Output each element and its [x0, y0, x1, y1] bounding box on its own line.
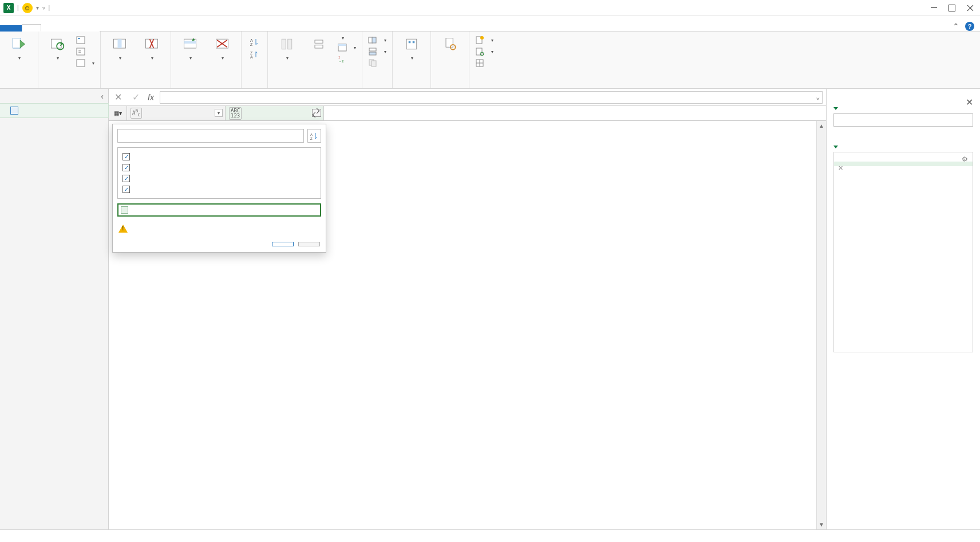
table-icon [10, 107, 18, 115]
split-column-button[interactable]: ▾ [271, 34, 302, 62]
new-source-icon [475, 36, 484, 45]
queries-header: ‹ [0, 89, 108, 104]
ribbon-group-combine: ▾ ▾ [362, 32, 393, 88]
expand-search-input[interactable] [117, 129, 304, 143]
type-text-icon[interactable]: ABC [131, 108, 142, 118]
vertical-scrollbar[interactable]: ▲ ▼ [816, 121, 826, 529]
delete-step-icon[interactable]: ✕ [838, 164, 843, 172]
applied-steps-list: ⚙ ✕ [833, 152, 973, 352]
ribbon-group-sort: AZ ZA [242, 32, 268, 88]
keep-rows-icon [181, 35, 199, 53]
sort-asc-button[interactable]: AZ [250, 37, 259, 46]
help-icon[interactable]: ? [965, 22, 974, 31]
scroll-down-icon[interactable]: ▼ [817, 520, 826, 529]
remove-rows-button[interactable]: ▾ [207, 34, 238, 62]
qat-dropdown-icon[interactable]: ▾ [36, 5, 39, 11]
data-source-settings-button[interactable] [434, 34, 465, 56]
tab-view[interactable] [80, 25, 100, 32]
svg-rect-37 [409, 41, 411, 44]
manage-button[interactable]: ▾ [74, 58, 97, 68]
scroll-up-icon[interactable]: ▲ [817, 121, 826, 131]
split-column-icon [278, 35, 296, 53]
formula-bar: ✕ ✓ fx ⌄ [109, 89, 826, 106]
sort-columns-button[interactable]: AZ [307, 129, 321, 143]
enter-data-button[interactable] [473, 58, 496, 68]
group-by-icon [310, 35, 328, 53]
step-expanded-value[interactable]: ✕ [834, 162, 973, 166]
type-any-icon[interactable]: ABC123 [229, 107, 242, 120]
qat-overflow-icon[interactable]: ▿ [42, 5, 45, 11]
expand-column-icon[interactable] [312, 109, 321, 117]
collapse-queries-icon[interactable]: ‹ [101, 92, 104, 101]
tab-transform[interactable] [41, 25, 61, 32]
qat-separator: | [17, 5, 19, 11]
tab-add-column[interactable] [61, 25, 80, 32]
tab-file[interactable] [0, 25, 22, 32]
replace-values-button[interactable]: 1→2 [335, 54, 358, 64]
close-button[interactable] [966, 4, 974, 12]
use-original-prefix-checkbox[interactable] [117, 203, 321, 217]
advanced-editor-icon: ≡ [76, 47, 85, 56]
svg-rect-3 [77, 37, 85, 44]
group-by-button[interactable] [303, 34, 334, 56]
properties-section-header[interactable] [833, 107, 973, 110]
choose-columns-button[interactable]: ▾ [104, 34, 135, 62]
first-row-headers-button[interactable]: ▾ [335, 42, 358, 53]
ribbon-group-reduce-rows: ▾ ▾ [171, 32, 242, 88]
column-header-name[interactable]: ABC ▾ [127, 106, 226, 120]
collapse-ribbon-icon[interactable]: ⌃ [953, 22, 959, 31]
svg-rect-25 [315, 45, 323, 48]
svg-point-42 [480, 36, 484, 40]
group-label-parameters [396, 86, 427, 88]
refresh-preview-button[interactable]: ▾ [42, 34, 73, 62]
recent-sources-button[interactable]: ▾ [473, 46, 496, 57]
ribbon-group-parameters: ▾ [393, 32, 431, 88]
svg-rect-22 [282, 39, 286, 49]
step-converted-to-table[interactable] [834, 157, 973, 162]
query-name-input[interactable] [833, 113, 973, 127]
cancel-button[interactable] [298, 242, 320, 246]
minimize-button[interactable] [930, 4, 938, 12]
merge-queries-icon [368, 36, 377, 45]
column-option-artist-id[interactable]: ✓ [121, 173, 317, 184]
data-type-button[interactable]: ▾ [335, 35, 358, 41]
ok-button[interactable] [272, 242, 294, 246]
table-options-icon[interactable]: ▦▾ [114, 110, 122, 116]
row-header-corner[interactable]: ▦▾ [109, 106, 127, 120]
formula-dropdown-icon[interactable]: ⌄ [816, 93, 820, 101]
combine-files-button[interactable] [366, 58, 389, 68]
filter-name-icon[interactable]: ▾ [215, 109, 223, 117]
close-and-load-button[interactable]: ▾ [3, 34, 34, 62]
sort-desc-button[interactable]: ZA [250, 50, 259, 59]
enter-data-icon [475, 58, 484, 68]
remove-columns-icon [143, 35, 161, 53]
cancel-formula-icon[interactable]: ✕ [112, 92, 124, 103]
choose-columns-icon [110, 35, 129, 53]
ribbon-tabs: ⌃ ? [0, 16, 980, 32]
column-header-value[interactable]: ABC123 [226, 106, 324, 120]
advanced-editor-button[interactable]: ≡ [74, 46, 97, 57]
fx-icon[interactable]: fx [148, 93, 154, 102]
maximize-button[interactable] [948, 4, 956, 12]
append-queries-button[interactable]: ▾ [366, 46, 389, 57]
tab-home[interactable] [22, 24, 41, 32]
manage-parameters-button[interactable]: ▾ [396, 34, 427, 62]
merge-queries-button[interactable]: ▾ [366, 35, 389, 45]
svg-rect-27 [338, 44, 346, 46]
remove-columns-button[interactable]: ▾ [136, 34, 167, 62]
select-all-columns-checkbox[interactable]: ✓ [121, 151, 317, 162]
new-source-button[interactable]: ▾ [473, 35, 496, 45]
svg-rect-0 [13, 38, 21, 49]
feedback-icon[interactable]: ☺ [22, 3, 33, 13]
properties-button[interactable] [74, 35, 97, 45]
formula-input[interactable]: ⌄ [160, 91, 823, 104]
keep-rows-button[interactable]: ▾ [175, 34, 206, 62]
title-bar: X | ☺ ▾ ▿ | [0, 0, 980, 16]
applied-steps-section-header[interactable] [833, 146, 973, 148]
query-item-data-artists[interactable] [0, 104, 108, 117]
close-settings-icon[interactable]: ✕ [966, 97, 973, 108]
step-source[interactable]: ⚙ [834, 152, 973, 157]
column-option-albums-full[interactable]: ✓ [121, 184, 317, 195]
column-option-artist-name[interactable]: ✓ [121, 162, 317, 173]
confirm-formula-icon[interactable]: ✓ [130, 92, 142, 103]
